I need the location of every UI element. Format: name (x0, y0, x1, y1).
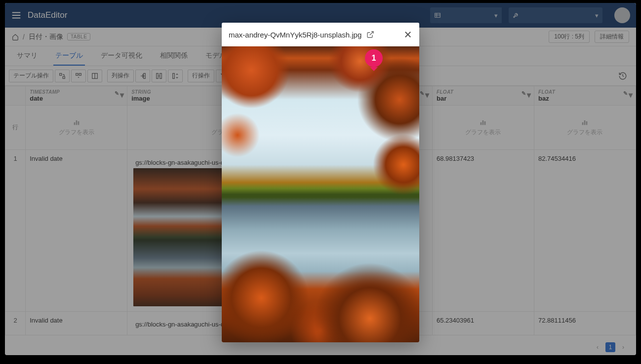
modal-overlay[interactable]: 1 max-andrey-QvMnYyk5Rj8-unsplash.jpg (5, 3, 636, 355)
modal-filename: max-andrey-QvMnYyk5Rj8-unsplash.jpg (229, 31, 361, 39)
close-icon[interactable] (403, 30, 412, 39)
modal-image[interactable] (222, 46, 419, 342)
modal-header: max-andrey-QvMnYyk5Rj8-unsplash.jpg (222, 23, 419, 46)
open-external-icon[interactable] (366, 31, 374, 38)
annotation-pin[interactable]: 1 (365, 49, 383, 67)
image-preview-modal: 1 max-andrey-QvMnYyk5Rj8-unsplash.jpg (222, 23, 419, 342)
svg-line-33 (370, 32, 373, 35)
